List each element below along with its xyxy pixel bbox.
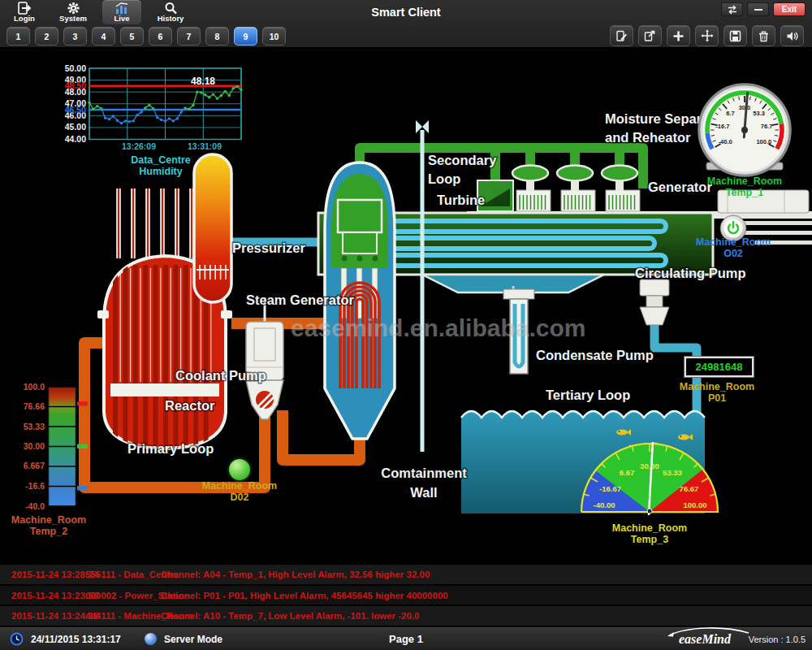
svg-text:6.67: 6.67	[620, 468, 635, 477]
trend-chart-title: Data_Centre Humidity	[96, 155, 226, 177]
containment-wall	[416, 120, 429, 452]
label-coolant-pump: Coolant Pump	[175, 368, 266, 383]
svg-text:50.00: 50.00	[65, 63, 86, 73]
tab-10[interactable]: 10	[262, 27, 286, 46]
label-pressurizer: Pressurizer	[232, 240, 305, 255]
tab-9[interactable]: 9	[234, 27, 257, 46]
sound-button[interactable]	[780, 25, 804, 46]
minimize-icon	[754, 9, 762, 11]
alarm-row[interactable]: 2015-11-24 13:28:24555111 - Data_CentreC…	[0, 565, 812, 586]
svg-text:-40.0: -40.0	[25, 501, 45, 511]
svg-text:44.00: 44.00	[65, 134, 86, 144]
label-reactor: Reactor	[165, 398, 215, 413]
svg-text:-40.0: -40.0	[719, 138, 732, 145]
status-bar: 24/11/2015 13:31:17 Server Mode Page 1 e…	[0, 627, 812, 650]
add-button[interactable]	[667, 25, 690, 46]
move-button[interactable]	[695, 25, 719, 46]
svg-text:100.0: 100.0	[756, 138, 771, 145]
tab-6[interactable]: 6	[149, 27, 172, 46]
temp2-gauge-title: Machine_Room Temp_2	[0, 515, 97, 537]
trash-icon	[758, 30, 770, 42]
coolant-pump-unit	[246, 297, 283, 419]
delete-button[interactable]	[752, 25, 775, 46]
watermark: easemind.en.alibaba.com	[291, 314, 585, 341]
speaker-icon	[786, 30, 798, 42]
label-primary-loop: Primary Loop	[127, 441, 214, 456]
svg-text:-16.6: -16.6	[25, 481, 45, 491]
alarm-message: Channel: A04 - Temp_1, High Level Alarm,…	[161, 570, 430, 579]
label-tertiary-loop: Tertiary Loop	[546, 388, 630, 402]
humidity-trend-chart: 50.0049.0048.0047.0046.0045.0044.0048.50…	[54, 62, 247, 154]
app-title: Smart Client	[0, 6, 812, 19]
d02-led-title: Machine_Room D02	[199, 481, 280, 503]
svg-text:-16.67: -16.67	[599, 484, 621, 493]
label-condensate-pump: Condensate Pump	[536, 348, 654, 362]
d02-led-indicator	[229, 459, 250, 480]
alarm-message: Channel: P01 - P01, High Level Alarm, 45…	[161, 591, 448, 600]
svg-text:46.50: 46.50	[65, 105, 86, 115]
move-icon	[701, 29, 714, 42]
version-label: Version : 1.0.5	[749, 635, 806, 644]
svg-text:53.33: 53.33	[24, 422, 45, 431]
temp2-bar-gauge: 100.076.6653.3330.006.667-16.6-40.0	[6, 380, 97, 515]
temp3-gauge-title: Machine_Room Temp_3	[575, 523, 724, 545]
power-o02-title: Machine_Room O02	[685, 237, 782, 259]
tab-7[interactable]: 7	[177, 27, 201, 46]
label-containment-2: Wall	[410, 485, 437, 500]
label-moisture-2: and Reheator	[605, 130, 691, 145]
p01-value-display: 24981648	[685, 357, 754, 377]
svg-text:53.33: 53.33	[663, 468, 682, 477]
svg-text:30.00: 30.00	[24, 441, 45, 451]
alarm-row[interactable]: 2015-11-24 13:24:18444111 - Machine_Room…	[0, 606, 812, 627]
svg-text:76.67: 76.67	[680, 484, 699, 493]
svg-text:48.50: 48.50	[65, 80, 86, 90]
page-tabs: 12345678910	[6, 27, 286, 46]
toolbar	[610, 25, 804, 46]
export-button[interactable]	[638, 25, 662, 46]
svg-text:6.7: 6.7	[726, 110, 734, 117]
exit-button[interactable]: Exit	[773, 2, 806, 16]
label-steam-generator: Steam Generator	[246, 292, 355, 307]
label-circulating-pump: Circulating Pump	[635, 266, 746, 280]
lp-turbines	[516, 190, 640, 211]
add-icon	[672, 30, 685, 42]
label-secondary-loop-1: Secondary	[428, 153, 497, 167]
circulating-pump	[640, 280, 669, 325]
svg-text:100.0: 100.0	[24, 382, 45, 392]
export-icon	[644, 30, 656, 42]
tab-2[interactable]: 2	[35, 27, 58, 46]
tab-5[interactable]: 5	[120, 27, 144, 46]
label-secondary-loop-2: Loop	[428, 171, 460, 186]
p01-display-title: Machine_Room P01	[676, 382, 758, 404]
tab-3[interactable]: 3	[63, 27, 87, 46]
window-buttons: Exit	[721, 2, 806, 16]
minimize-button[interactable]	[747, 2, 769, 16]
label-turbine: Turbine	[437, 193, 485, 207]
moisture-separators	[512, 166, 637, 181]
svg-text:48.18: 48.18	[191, 76, 215, 87]
tab-4[interactable]: 4	[92, 27, 115, 46]
svg-text:30.0: 30.0	[739, 104, 751, 111]
header: Login System Live	[0, 0, 812, 47]
svg-text:53.3: 53.3	[753, 110, 765, 117]
switch-icon	[727, 5, 738, 15]
label-containment-1: Comtainment	[381, 466, 467, 480]
svg-text:6.667: 6.667	[24, 461, 45, 470]
alarm-row[interactable]: 2015-11-24 13:23:58000002 - Power_Statio…	[0, 586, 812, 607]
edit-page-button[interactable]	[610, 25, 633, 46]
alarm-list: 2015-11-24 13:28:24555111 - Data_CentreC…	[0, 565, 812, 627]
temp3-semi-gauge: -40.00-16.676.6730.0053.3376.67100.00	[575, 439, 724, 517]
tab-8[interactable]: 8	[205, 27, 229, 46]
svg-text:13:26:09: 13:26:09	[122, 141, 156, 151]
edit-page-icon	[615, 30, 628, 42]
svg-text:76.7: 76.7	[761, 123, 773, 130]
svg-text:45.00: 45.00	[65, 122, 86, 132]
svg-text:-16.7: -16.7	[715, 123, 729, 130]
svg-text:13:31:09: 13:31:09	[188, 141, 222, 151]
tab-1[interactable]: 1	[6, 27, 30, 46]
svg-text:-40.00: -40.00	[594, 500, 615, 509]
svg-text:76.66: 76.66	[24, 401, 45, 411]
switch-mode-button[interactable]	[721, 2, 743, 16]
save-button[interactable]	[723, 25, 747, 46]
save-icon	[729, 30, 741, 42]
